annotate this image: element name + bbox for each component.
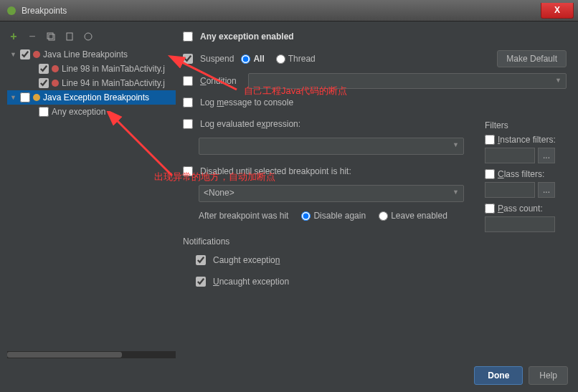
suspend-checkbox[interactable] [183, 54, 193, 64]
group-checkbox[interactable] [20, 92, 30, 102]
breakpoint-icon [33, 51, 40, 58]
disabled-until-checkbox[interactable] [183, 166, 193, 176]
svg-rect-1 [47, 33, 53, 39]
make-default-button[interactable]: Make Default [497, 50, 567, 67]
svg-rect-2 [49, 34, 55, 40]
window-title: Breakpoints [22, 6, 541, 16]
tree-label: Line 94 in MainTabActivity.j [62, 78, 165, 88]
svg-point-0 [7, 6, 16, 15]
disabled-until-combo[interactable]: <None> ▼ [199, 185, 464, 202]
breakpoint-icon [52, 65, 59, 72]
disabled-until-label: Disabled until selected breakpoint is hi… [200, 166, 351, 176]
caught-label: Caught exception [213, 255, 280, 265]
chevron-down-icon: ▼ [453, 188, 459, 196]
instance-filters-checkbox[interactable] [485, 135, 495, 145]
instance-filters-label: Instance filters: [498, 135, 556, 145]
caught-checkbox[interactable] [196, 255, 206, 265]
svg-point-4 [85, 33, 92, 40]
filters-panel: Filters Instance filters: ... Class filt… [485, 120, 565, 235]
chevron-down-icon: ▼ [555, 77, 562, 84]
copy-icon[interactable] [44, 30, 57, 43]
condition-checkbox[interactable] [183, 76, 193, 86]
log-message-label: Log message to console [200, 97, 293, 107]
condition-combo[interactable]: ▼ [248, 73, 567, 89]
class-filters-checkbox[interactable] [485, 169, 495, 179]
radio-all-label: All [253, 54, 264, 64]
log-message-checkbox[interactable] [183, 97, 193, 107]
item-checkbox[interactable] [39, 78, 49, 88]
exception-icon [33, 94, 40, 101]
tree-toolbar: + − [7, 29, 176, 47]
instance-filters-browse-button[interactable]: ... [538, 148, 555, 163]
uncaught-label: Uncaught exception [213, 277, 289, 287]
pass-count-checkbox[interactable] [485, 204, 495, 214]
tree-item-any-exception[interactable]: Any exception [7, 105, 176, 119]
chevron-down-icon[interactable]: ▼ [10, 51, 17, 58]
group-checkbox[interactable] [20, 49, 30, 59]
radio-disable-again-label: Disable again [313, 211, 366, 221]
paste-icon[interactable] [63, 30, 76, 43]
dialog-footer: Done Help [474, 366, 568, 385]
radio-all[interactable] [241, 54, 250, 64]
log-expr-checkbox[interactable] [183, 119, 193, 129]
tree-label: Line 98 in MainTabActivity.j [62, 64, 165, 74]
after-hit-label: After breakpoint was hit [199, 211, 288, 221]
radio-thread[interactable] [276, 54, 285, 64]
svg-rect-3 [67, 33, 72, 40]
suspend-radio-group: All Thread [241, 51, 315, 67]
radio-thread-label: Thread [288, 54, 316, 64]
horizontal-scrollbar[interactable] [7, 351, 176, 358]
class-filters-input[interactable] [485, 182, 535, 198]
add-breakpoint-button[interactable]: + [7, 30, 20, 43]
close-button[interactable]: X [541, 3, 574, 19]
uncaught-checkbox[interactable] [196, 277, 206, 287]
group-icon[interactable] [82, 30, 95, 43]
radio-leave-enabled[interactable] [379, 211, 388, 221]
tree-label: Java Line Breakpoints [43, 49, 128, 59]
any-exception-label: Any exception enabled [200, 32, 294, 42]
help-button[interactable]: Help [529, 366, 568, 385]
radio-disable-again[interactable] [301, 211, 311, 221]
tree-group-java-line[interactable]: ▼ Java Line Breakpoints [7, 47, 176, 62]
scrollbar-thumb[interactable] [7, 352, 122, 358]
suspend-label: Suspend [200, 54, 234, 64]
class-filters-label: Class filters: [498, 169, 544, 179]
breakpoint-tree[interactable]: ▼ Java Line Breakpoints Line 98 in MainT… [7, 47, 176, 347]
chevron-down-icon: ▼ [453, 141, 459, 148]
condition-label: Condition [200, 76, 237, 86]
done-button[interactable]: Done [474, 366, 523, 385]
combo-value: <None> [204, 188, 234, 198]
breakpoint-icon [52, 80, 59, 87]
breakpoint-tree-panel: + − ▼ Java Line Breakpoints Line 98 in M… [7, 29, 176, 358]
titlebar: Breakpoints X [0, 0, 578, 21]
notifications-heading: Notifications [183, 236, 567, 247]
any-exception-checkbox[interactable] [183, 32, 193, 42]
remove-breakpoint-button[interactable]: − [26, 30, 39, 43]
chevron-down-icon[interactable]: ▼ [10, 94, 17, 101]
item-checkbox[interactable] [39, 64, 49, 74]
tree-item-line98[interactable]: Line 98 in MainTabActivity.j [7, 62, 176, 76]
tree-group-java-exception[interactable]: ▼ Java Exception Breakpoints [7, 90, 176, 105]
item-checkbox[interactable] [39, 107, 49, 117]
instance-filters-input[interactable] [485, 148, 535, 163]
filters-heading: Filters [485, 120, 565, 130]
tree-label: Java Exception Breakpoints [43, 92, 149, 102]
radio-leave-enabled-label: Leave enabled [391, 211, 447, 221]
log-expr-combo[interactable]: ▼ [199, 138, 464, 155]
app-icon [6, 5, 17, 16]
class-filters-browse-button[interactable]: ... [538, 182, 555, 198]
pass-count-input[interactable] [485, 216, 555, 232]
tree-item-line94[interactable]: Line 94 in MainTabActivity.j [7, 76, 176, 90]
log-expr-label: Log evaluated expression: [200, 119, 300, 129]
pass-count-label: Pass count: [498, 204, 543, 214]
tree-label: Any exception [52, 107, 105, 117]
